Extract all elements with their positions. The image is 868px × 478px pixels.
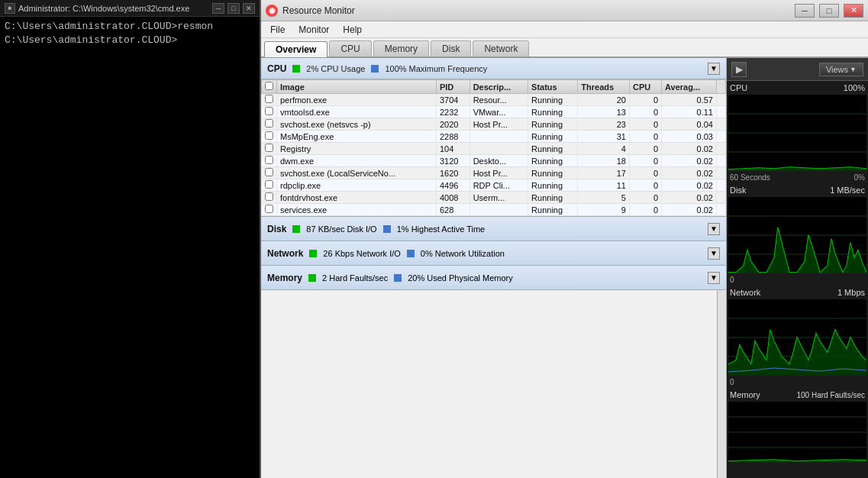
row-checkbox[interactable] — [265, 95, 273, 103]
cell-image: services.exe — [277, 204, 437, 216]
network-section-title: Network — [267, 248, 303, 259]
row-checkbox[interactable] — [265, 168, 273, 176]
disk-section-title: Disk — [267, 224, 286, 234]
cell-cpu: 0 — [629, 192, 661, 204]
cell-desc — [469, 143, 528, 155]
cell-image: vmtoolsd.exe — [277, 106, 437, 118]
memory-graph-value: 100 Hard Faults/sec — [797, 391, 866, 399]
memory-graph-header: Memory 100 Hard Faults/sec — [727, 388, 868, 402]
cell-avg: 0.57 — [662, 94, 717, 106]
tab-overview[interactable]: Overview — [264, 41, 328, 57]
cpu-graph-value: 100% — [844, 83, 865, 92]
cell-status: Running — [528, 118, 578, 131]
table-row[interactable]: MsMpEng.exe 2288 Running 31 0 0.03 — [262, 131, 726, 143]
cpu-expand-btn[interactable]: ▼ — [708, 63, 720, 75]
cell-threads: 23 — [578, 118, 630, 131]
row-checkbox[interactable] — [265, 205, 273, 213]
col-desc: Descrip... — [469, 80, 528, 94]
network-green-indicator — [309, 250, 317, 257]
cpu-stat1: 2% CPU Usage — [306, 64, 365, 73]
cpu-graph-header: CPU 100% — [727, 81, 868, 95]
network-graph-svg — [728, 299, 866, 376]
row-checkbox[interactable] — [265, 156, 273, 164]
resmon-close-btn[interactable]: ✕ — [844, 4, 863, 18]
col-status: Status — [528, 80, 578, 94]
tab-memory[interactable]: Memory — [373, 40, 429, 57]
disk-graph-area — [728, 197, 866, 273]
resmon-title: Resource Monitor — [282, 5, 790, 16]
disk-section[interactable]: Disk 87 KB/sec Disk I/O 1% Highest Activ… — [261, 217, 726, 241]
table-row[interactable]: svchost.exe (LocalServiceNo... 1620 Host… — [262, 167, 726, 179]
cpu-graph-pct: 0% — [854, 173, 865, 182]
col-avg: Averag... — [662, 80, 717, 94]
cmd-minimize-btn[interactable]: ─ — [212, 3, 224, 14]
disk-graph-zero: 0 — [730, 276, 734, 284]
table-row[interactable]: services.exe 628 Running 9 0 0.02 — [262, 204, 726, 216]
memory-expand-btn[interactable]: ▼ — [708, 272, 720, 284]
disk-stat2: 1% Highest Active Time — [397, 224, 486, 234]
cell-image: MsMpEng.exe — [277, 131, 437, 143]
row-checkbox[interactable] — [265, 119, 273, 128]
tab-bar: Overview CPU Memory Disk Network — [261, 38, 868, 58]
resmon-minimize-btn[interactable]: ─ — [795, 4, 815, 18]
disk-graph-header: Disk 1 MB/sec — [727, 183, 868, 197]
cell-cpu: 0 — [629, 106, 661, 118]
col-image: Image — [277, 80, 437, 94]
cell-desc — [469, 131, 528, 143]
disk-graph-label: Disk — [730, 186, 746, 195]
table-row[interactable]: fontdrvhost.exe 4008 Userm... Running 5 … — [262, 192, 726, 204]
cell-cpu: 0 — [629, 204, 661, 216]
views-button[interactable]: Views ▼ — [819, 63, 863, 76]
memory-section-title: Memory — [267, 273, 302, 283]
network-graph-section: Network 1 Mbps — [727, 286, 868, 388]
cell-image: rdpclip.exe — [277, 179, 437, 192]
table-row[interactable]: vmtoolsd.exe 2232 VMwar... Running 13 0 … — [262, 106, 726, 118]
table-row[interactable]: svchost.exe (netsvcs -p) 2020 Host Pr...… — [262, 118, 726, 131]
cpu-section-header[interactable]: CPU 2% CPU Usage 100% Maximum Frequency … — [261, 58, 726, 79]
cmd-close-btn[interactable]: ✕ — [243, 3, 255, 14]
network-expand-btn[interactable]: ▼ — [708, 247, 720, 260]
memory-graph-svg — [728, 402, 866, 463]
cell-status: Running — [528, 106, 578, 118]
disk-stat1: 87 KB/sec Disk I/O — [306, 224, 376, 234]
nav-arrow-btn[interactable]: ▶ — [731, 62, 747, 77]
cell-avg: 0.03 — [662, 131, 717, 143]
menu-monitor[interactable]: Monitor — [292, 23, 335, 37]
table-row[interactable]: Registry 104 Running 4 0 0.02 — [262, 143, 726, 155]
table-row[interactable]: dwm.exe 3120 Deskto... Running 18 0 0.02 — [262, 155, 726, 167]
cell-cpu: 0 — [629, 167, 661, 179]
cmd-line-2: C:\Users\administrator.CLOUD> — [5, 34, 255, 47]
resmon-maximize-btn[interactable]: □ — [819, 4, 839, 18]
row-checkbox[interactable] — [265, 192, 273, 201]
cell-avg: 0.02 — [662, 167, 717, 179]
tab-disk[interactable]: Disk — [431, 40, 471, 57]
network-stat1: 26 Kbps Network I/O — [323, 249, 401, 258]
row-checkbox[interactable] — [265, 107, 273, 115]
memory-graph-section: Memory 100 Hard Faults/sec — [727, 388, 868, 463]
disk-expand-btn[interactable]: ▼ — [708, 223, 720, 235]
cell-avg: 0.02 — [662, 204, 717, 216]
tab-network[interactable]: Network — [473, 40, 529, 57]
menu-file[interactable]: File — [264, 23, 291, 37]
row-checkbox[interactable] — [265, 180, 273, 189]
cmd-maximize-btn[interactable]: □ — [227, 3, 240, 14]
menu-help[interactable]: Help — [337, 23, 368, 37]
memory-section[interactable]: Memory 2 Hard Faults/sec 20% Used Physic… — [261, 266, 726, 290]
network-stat2: 0% Network Utilization — [421, 249, 505, 258]
network-graph-header: Network 1 Mbps — [727, 286, 868, 299]
select-all-checkbox[interactable] — [265, 82, 273, 90]
row-checkbox[interactable] — [265, 131, 273, 140]
table-row[interactable]: rdpclip.exe 4496 RDP Cli... Running 11 0… — [262, 179, 726, 192]
cell-status: Running — [528, 179, 578, 192]
cell-threads: 31 — [578, 131, 630, 143]
left-scrollbar[interactable] — [717, 290, 726, 478]
col-cpu: CPU — [629, 80, 661, 94]
cmd-titlebar: ■ Administrator: C:\Windows\system32\cmd… — [0, 0, 260, 17]
cell-status: Running — [528, 94, 578, 106]
tab-cpu[interactable]: CPU — [329, 40, 371, 57]
table-row[interactable]: perfmon.exe 3704 Resour... Running 20 0 … — [262, 94, 726, 106]
cell-status: Running — [528, 192, 578, 204]
row-checkbox[interactable] — [265, 144, 273, 152]
network-section[interactable]: Network 26 Kbps Network I/O 0% Network U… — [261, 241, 726, 266]
memory-stat1: 2 Hard Faults/sec — [322, 273, 388, 283]
